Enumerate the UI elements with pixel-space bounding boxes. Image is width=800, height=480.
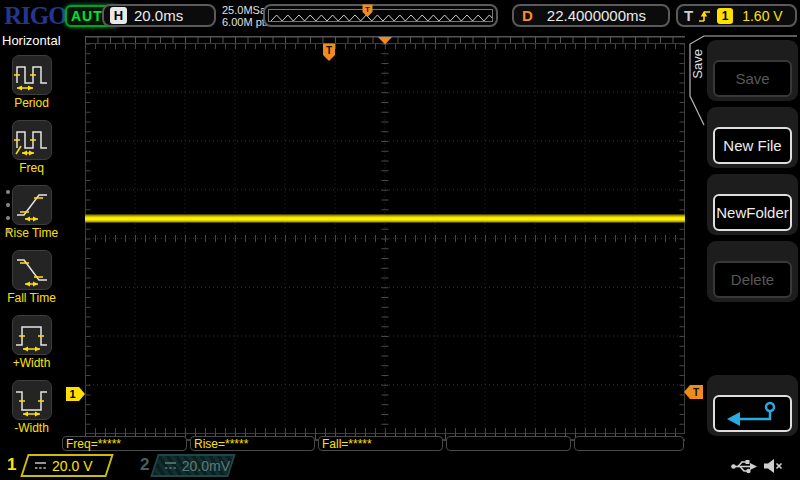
ch1-badge[interactable]: 20.0 V [20,454,113,477]
plus-width-icon [12,315,52,355]
channel-status-bar: 1 20.0 V 2 20.0mV [0,452,800,480]
menu-page-dot [6,229,10,233]
trigger-label: T [684,7,693,24]
freq-icon [12,120,52,160]
trigger-position-flag-icon[interactable]: T [323,44,335,62]
trigger-source-chip: 1 [717,8,733,24]
save-button: Save [713,60,792,97]
horizontal-measure-menu: Horizontal Period [0,30,63,452]
measurement-slot-fall: Fall=***** [318,436,443,451]
menu-item-label: Period [0,96,63,110]
minus-width-icon [12,380,52,420]
menu-item-minus-width[interactable]: -Width [0,380,63,435]
measurement-slot-empty [446,436,571,451]
ch2-number: 2 [140,455,149,475]
period-icon [12,55,52,95]
waveform-preview-trace [268,9,493,22]
menu-item-plus-width[interactable]: +Width [0,315,63,370]
trigger-info-box: T 1 1.60 V [676,4,797,27]
new-folder-button-slot: NewFolder [707,174,798,235]
svg-text:1: 1 [69,388,75,400]
menu-item-period[interactable]: Period [0,55,63,110]
delay-value: 22.4000000ms [533,7,660,24]
save-button-slot: Save [707,40,798,101]
horizontal-label: H [110,7,127,24]
speaker-muted-icon [762,457,784,475]
timebase-value: 20.0ms [134,7,183,24]
left-menu-title: Horizontal [0,30,63,48]
rising-edge-icon [698,8,712,24]
trigger-delay-box: D 22.4000000ms [512,4,670,27]
horizontal-timebase-box: H 20.0ms [102,4,216,27]
delay-label: D [522,7,533,24]
save-tab-label: Save [690,49,705,79]
dc-coupling-icon [34,460,47,471]
menu-page-dot [6,216,10,220]
ch1-number: 1 [7,455,16,475]
oscilloscope-screen: RIGOL AUTO H 20.0ms 25.0MSa/s 6.00M pts … [0,0,800,480]
svg-text:T: T [365,5,370,14]
fall-time-icon [12,250,52,290]
menu-page-dot [6,190,10,194]
measurement-slot-rise: Rise=***** [190,436,315,451]
ch2-badge[interactable]: 20.0mV [150,454,235,477]
delete-button: Delete [713,261,792,298]
menu-page-dot [6,203,10,207]
return-button[interactable] [713,395,792,432]
preview-zigzag-wave [269,10,493,22]
usb-icon [730,458,758,475]
ch2-scale: 20.0mV [182,458,230,474]
return-arrow-icon [723,401,783,427]
measurement-slot-freq: Freq=***** [62,436,187,451]
menu-item-label: Freq [0,161,63,175]
menu-item-freq[interactable]: Freq [0,120,63,175]
new-folder-button[interactable]: NewFolder [713,194,792,231]
menu-item-fall-time[interactable]: Fall Time [0,250,63,305]
new-file-button-slot: New File [707,107,798,168]
ch1-waveform [85,215,685,223]
svg-text:T: T [326,45,332,56]
save-menu-panel: Save Save New File NewFolder Delete [686,30,800,452]
menu-item-label: Fall Time [0,291,63,305]
graticule-display: T [85,36,685,448]
return-button-slot [707,375,798,436]
ch1-level-marker[interactable]: 1 [66,387,86,401]
new-file-button[interactable]: New File [713,127,792,164]
preview-trigger-pin-icon[interactable]: T [362,4,373,18]
delete-button-slot: Delete [707,241,798,302]
menu-item-label: Rise Time [0,226,63,240]
trigger-level-value: 1.60 V [742,8,782,24]
dc-coupling-icon [164,460,177,471]
menu-item-label: -Width [0,421,63,435]
waveform-preview: T [263,4,498,27]
measurement-slot-empty [574,436,684,451]
menu-item-label: +Width [0,356,63,370]
rise-time-icon [12,185,52,225]
ch1-scale: 20.0 V [52,458,92,474]
